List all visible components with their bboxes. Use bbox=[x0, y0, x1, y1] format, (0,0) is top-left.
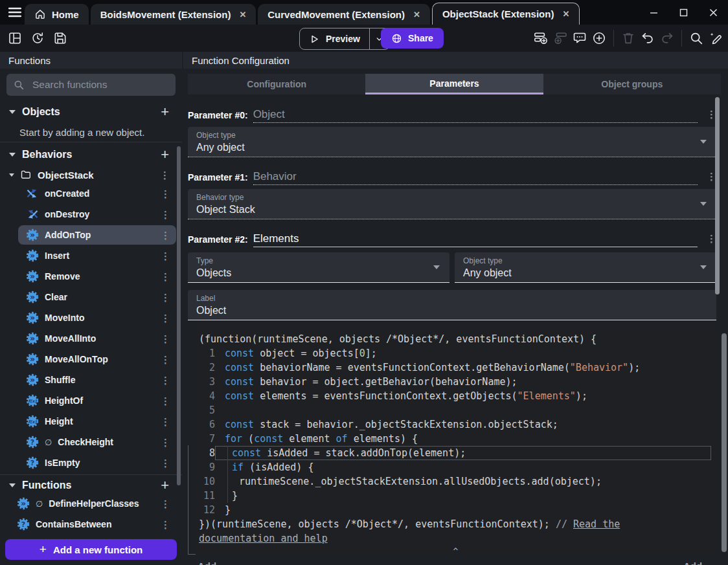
function-item-oncreated[interactable]: onCreated⋮ bbox=[18, 184, 176, 203]
kebab-menu-icon[interactable]: ⋮ bbox=[161, 334, 176, 344]
kebab-menu-icon[interactable]: ⋮ bbox=[161, 375, 176, 385]
bottom-partial-text-left[interactable]: Add bbox=[198, 560, 216, 565]
section-behaviors[interactable]: Behaviors + bbox=[0, 145, 182, 164]
menu-icon[interactable] bbox=[6, 5, 23, 19]
tab-label: BoidsMovement (Extension) bbox=[100, 9, 231, 20]
search-icon[interactable] bbox=[688, 30, 705, 47]
add-comment-icon[interactable] bbox=[571, 30, 588, 47]
editor-resize-handle[interactable] bbox=[188, 445, 188, 555]
function-item-insert[interactable]: »Insert⋮ bbox=[18, 246, 176, 265]
parameter-0-name-input[interactable]: Object bbox=[253, 108, 698, 123]
function-item-shuffle[interactable]: »Shuffle⋮ bbox=[18, 370, 176, 390]
kebab-menu-icon[interactable]: ⋮ bbox=[160, 170, 172, 180]
add-event-icon[interactable] bbox=[532, 30, 549, 47]
chevron-down-icon bbox=[433, 265, 440, 269]
kebab-menu-icon[interactable]: ⋮ bbox=[161, 230, 176, 240]
parameter-2-label: Parameter #2: bbox=[188, 234, 248, 247]
tab-parameters[interactable]: Parameters bbox=[365, 74, 543, 94]
titlebar-tab[interactable]: ObjectStack (Extension)✕ bbox=[432, 3, 580, 25]
close-icon[interactable]: ✕ bbox=[413, 10, 420, 19]
maximize-icon[interactable] bbox=[668, 0, 698, 25]
minimize-icon[interactable] bbox=[639, 0, 668, 25]
section-objects[interactable]: Objects + bbox=[0, 102, 182, 122]
parameter-2-object-type-dropdown[interactable]: Object type Any object bbox=[455, 252, 716, 283]
kebab-menu-icon[interactable]: ⋮ bbox=[161, 458, 176, 468]
function-item-moveallinto[interactable]: »MoveAllInto⋮ bbox=[18, 329, 176, 348]
add-behavior-button[interactable]: + bbox=[161, 148, 173, 162]
share-button[interactable]: Share bbox=[381, 28, 444, 49]
add-object-button[interactable]: + bbox=[161, 105, 173, 119]
editor-collapse-caret-icon[interactable]: ^ bbox=[196, 546, 716, 555]
parameter-2-type-dropdown[interactable]: Type Objects bbox=[188, 252, 449, 283]
kebab-menu-icon[interactable]: ⋮ bbox=[703, 172, 716, 185]
search-input[interactable] bbox=[31, 78, 163, 91]
history-icon[interactable] bbox=[29, 30, 46, 47]
preview-button[interactable]: Preview bbox=[299, 28, 390, 50]
kebab-menu-icon[interactable]: ⋮ bbox=[161, 438, 176, 447]
kebab-menu-icon[interactable]: ⋮ bbox=[161, 355, 176, 364]
close-icon[interactable]: ✕ bbox=[239, 10, 246, 19]
titlebar-tab[interactable]: CurvedMovement (Extension)✕ bbox=[258, 4, 430, 25]
code-editor[interactable]: (function(runtimeScene, objects /*Object… bbox=[196, 329, 716, 555]
function-item-isempty[interactable]: ?IsEmpty⋮ bbox=[18, 453, 176, 472]
line-code: runtimeScene._objectStackExtension.allUs… bbox=[215, 474, 711, 489]
function-item-clear[interactable]: »Clear⋮ bbox=[18, 287, 176, 307]
kebab-menu-icon[interactable]: ⋮ bbox=[161, 272, 176, 282]
add-other-icon[interactable] bbox=[591, 30, 608, 47]
code-line: 7for (const element of elements) { bbox=[196, 432, 716, 446]
layout-panels-icon[interactable] bbox=[6, 30, 23, 47]
sidebar-scrollbar[interactable] bbox=[177, 146, 181, 485]
function-item-heightof[interactable]: f(x)HeightOf⋮ bbox=[18, 391, 176, 410]
edit-magic-icon[interactable] bbox=[707, 30, 724, 47]
function-item-addontop[interactable]: »AddOnTop⋮ bbox=[18, 225, 176, 245]
documentation-link[interactable]: documentation and help bbox=[199, 533, 328, 544]
parameter-2-label-field[interactable]: Label Object bbox=[188, 290, 716, 320]
function-item-remove[interactable]: »Remove⋮ bbox=[18, 267, 176, 286]
kebab-menu-icon[interactable]: ⋮ bbox=[161, 396, 176, 406]
parameter-2-name-input[interactable]: Elements bbox=[253, 232, 698, 247]
titlebar-tab[interactable]: BoidsMovement (Extension)✕ bbox=[91, 4, 256, 25]
function-item-label: AddOnTop bbox=[45, 230, 91, 240]
kebab-menu-icon[interactable]: ⋮ bbox=[703, 234, 716, 247]
parameter-1-behavior-type-dropdown[interactable]: Behavior type Object Stack bbox=[188, 189, 716, 219]
function-item-moveinto[interactable]: »MoveInto⋮ bbox=[18, 308, 176, 327]
tab-object-groups[interactable]: Object groups bbox=[543, 74, 721, 94]
parameter-0-object-type-dropdown[interactable]: Object type Any object bbox=[188, 127, 716, 157]
kebab-menu-icon[interactable]: ⋮ bbox=[161, 210, 176, 219]
line-code: const object = objects[0]; bbox=[215, 346, 711, 360]
titlebar-tab[interactable]: Home bbox=[25, 4, 89, 25]
tab-configuration[interactable]: Configuration bbox=[188, 74, 365, 94]
bottom-partial-text-right[interactable]: Add bbox=[683, 560, 702, 565]
kebab-menu-icon[interactable]: ⋮ bbox=[161, 251, 176, 261]
kebab-menu-icon[interactable]: ⋮ bbox=[161, 417, 176, 427]
kebab-menu-icon[interactable]: ⋮ bbox=[161, 313, 176, 323]
kebab-menu-icon[interactable]: ⋮ bbox=[161, 189, 176, 199]
function-item-height[interactable]: f(x)Height⋮ bbox=[18, 412, 176, 431]
function-item-checkheight[interactable]: ?∅CheckHeight⋮ bbox=[18, 432, 176, 452]
function-item-label: HeightOf bbox=[45, 395, 83, 406]
search-functions-box[interactable] bbox=[6, 74, 176, 96]
function-item-definehelperclasses[interactable]: »∅DefineHelperClasses⋮ bbox=[5, 494, 176, 513]
section-functions[interactable]: Functions + bbox=[0, 476, 182, 495]
behavior-group-objectstack[interactable]: ObjectStack ⋮ bbox=[9, 166, 172, 184]
parameter-1-name-input[interactable]: Behavior bbox=[253, 170, 698, 185]
function-item-label: ContainsBetween bbox=[36, 519, 111, 529]
function-item-containsbetween[interactable]: ?ContainsBetween⋮ bbox=[5, 515, 176, 534]
function-item-moveallontop[interactable]: »MoveAllOnTop⋮ bbox=[18, 349, 176, 369]
lifecycle-created-icon bbox=[26, 187, 39, 200]
kebab-menu-icon[interactable]: ⋮ bbox=[703, 109, 716, 123]
close-icon[interactable] bbox=[698, 0, 728, 25]
add-free-function-button[interactable]: + bbox=[161, 478, 173, 493]
save-icon[interactable] bbox=[52, 30, 69, 47]
undo-icon[interactable] bbox=[639, 30, 656, 47]
function-item-ondestroy[interactable]: onDestroy⋮ bbox=[18, 205, 176, 224]
kebab-menu-icon[interactable]: ⋮ bbox=[161, 499, 176, 509]
documentation-link[interactable]: Read the bbox=[573, 518, 620, 530]
main-scrollbar[interactable] bbox=[715, 97, 720, 294]
kebab-menu-icon[interactable]: ⋮ bbox=[161, 293, 176, 302]
add-new-function-button[interactable]: + Add a new function bbox=[5, 539, 177, 560]
kebab-menu-icon[interactable]: ⋮ bbox=[161, 520, 176, 529]
editor-scrollbar[interactable] bbox=[722, 333, 727, 552]
close-icon[interactable]: ✕ bbox=[562, 9, 569, 19]
action-icon: » bbox=[26, 270, 39, 283]
